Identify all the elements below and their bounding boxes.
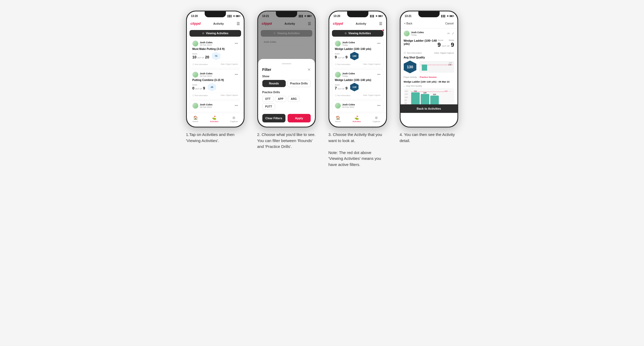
capture-icon-3: ⊕	[375, 116, 378, 120]
info-icon-4: ⓘ	[404, 52, 406, 54]
user-name-3-3: Josh Coles	[342, 103, 355, 106]
big-hex-4: 130	[404, 61, 416, 73]
clear-filters-button[interactable]: Clear Filters	[262, 114, 285, 122]
back-button-4[interactable]: < Back	[404, 22, 413, 25]
phone-4-col: 13:21 ▌▌▌ ⊛ < Back Cancel	[397, 11, 461, 144]
activity-card-1-2[interactable]: Josh Coles 28 Feb 2023 ••• Putting Combi…	[190, 69, 241, 99]
card-header-3-2: Josh Coles Today •••	[335, 72, 381, 78]
activity-card-3-2[interactable]: Josh Coles Today ••• Wedge Ladder (100–1…	[332, 69, 384, 99]
activity-title-1-1: Must Make Putting (3-6 ft)	[192, 48, 238, 50]
avatar-3-2	[335, 72, 341, 78]
viewing-banner-1[interactable]: ⚙ Viewing Activities	[190, 30, 241, 37]
footer-left-3-2: ⓘ Test Information	[335, 94, 351, 97]
banner-text-3: Viewing Activities	[348, 32, 371, 35]
detail-action-icons: ✏ ⤢	[447, 32, 454, 35]
nav-activities-label-3: Activities	[352, 120, 361, 123]
dots-menu-1-1[interactable]: •••	[235, 42, 238, 45]
activity-badge-row-4: Player Activity › Practice Session	[404, 76, 454, 78]
battery-icon-1	[236, 15, 239, 17]
score-block-1-1: Score 10 OUT OF 20	[192, 53, 209, 59]
small-chart-4: 130 APP	[419, 61, 454, 73]
cancel-button-4[interactable]: Cancel	[445, 22, 453, 25]
activity-card-3-1[interactable]: Josh Coles Today ••• Wedge Ladder (100–1…	[332, 38, 384, 68]
score-value-1-2: 0	[192, 86, 195, 90]
shots-value-1-2: 9	[203, 86, 205, 90]
close-btn-2[interactable]: ✕	[308, 67, 311, 72]
detail-score-col-4: Score Shots 9 OUT OF 9	[437, 39, 454, 48]
activity-card-1-3[interactable]: Josh Coles 28 Feb 2023 •••	[190, 100, 241, 112]
score-label-1-1: Score	[192, 53, 209, 55]
modal-header-2: Filter ✕	[262, 67, 311, 72]
hamburger-icon-3[interactable]: ☰	[379, 22, 382, 26]
nav-home-1[interactable]: 🏠 Home	[193, 116, 198, 123]
avatar-3-3	[335, 103, 341, 109]
drill-tags-2: OTT APP ARG PUTT	[262, 96, 311, 110]
user-info-4: Josh Coles Today	[411, 31, 424, 36]
activity-card-3-3[interactable]: Josh Coles 28 Feb 2023 •••	[332, 100, 384, 112]
outof-3-2: OUT OF	[338, 88, 344, 90]
user-info-3-2: Josh Coles Today	[342, 72, 355, 77]
user-name-1-2: Josh Coles	[200, 72, 213, 75]
status-icons-1: ▌▌▌ ⊛	[228, 15, 239, 17]
practice-label-2: Practice Drills	[262, 91, 311, 94]
nav-home-3[interactable]: 🏠 Home	[335, 116, 341, 123]
filter-tab-practice-2[interactable]: Practice Drills	[287, 80, 311, 87]
activity-title-1-2: Putting Combine (3-15 ft)	[192, 79, 238, 82]
modal-handle-2	[282, 63, 291, 64]
viewing-banner-3[interactable]: ⚙ Viewing Activities	[332, 30, 384, 37]
banner-text-1: Viewing Activities	[206, 32, 228, 35]
phone-1-screen: 13:20 ▌▌▌ ⊛ clippd Activity ☰ ⚙ Viewi	[187, 11, 244, 127]
dots-menu-1-2[interactable]: •••	[235, 73, 238, 76]
dots-menu-3-3[interactable]: •••	[377, 104, 381, 108]
score-label-4: Score	[438, 39, 443, 41]
drill-tag-putt[interactable]: PUTT	[262, 104, 275, 110]
expand-icon-4[interactable]: ⤢	[452, 32, 454, 35]
drill-tag-app[interactable]: APP	[275, 96, 287, 102]
avatar-row-3-1: Josh Coles Today	[335, 41, 355, 46]
activities-icon-1: ⛳	[212, 116, 216, 120]
signal-icon-1: ▌▌▌	[228, 15, 232, 17]
user-date-3-3: 28 Feb 2023	[342, 106, 355, 108]
chart-bar-2	[421, 94, 429, 106]
phone-2-col: 13:21 ▌▌▌ ⊛ clippd Activity ☰ ⚙	[255, 11, 318, 150]
detail-score-labels: Score Shots	[438, 39, 454, 41]
score-block-3-1: Score 9 OUT OF 9	[335, 53, 348, 59]
dots-menu-1-3[interactable]: •••	[235, 104, 238, 108]
hamburger-icon-1[interactable]: ☰	[237, 22, 240, 26]
nav-home-label-1: Home	[193, 120, 198, 123]
shot-quality-hex-1-1: 75	[212, 52, 220, 60]
activity-card-1-1[interactable]: Josh Coles 28 Feb 2023 ••• Must Make Put…	[190, 38, 241, 68]
filter-tab-rounds-2[interactable]: Rounds	[262, 80, 286, 87]
phone-3: 13:20 ▌▌▌ ⊛ clippd Activity ☰ ⚙ Viewing …	[329, 11, 387, 127]
phone-3-col: 13:20 ▌▌▌ ⊛ clippd Activity ☰ ⚙ Viewing …	[326, 11, 390, 168]
chart-dashed-line	[411, 92, 444, 92]
drill-tag-arg[interactable]: ARG	[288, 96, 300, 102]
nav-capture-label-1: Capture	[230, 120, 238, 123]
filter-tabs-2: Rounds Practice Drills	[262, 80, 311, 87]
dots-menu-3-1[interactable]: •••	[377, 42, 381, 45]
nav-activities-1[interactable]: ⛳ Activities	[210, 116, 218, 123]
chart-bar-1	[411, 92, 420, 106]
status-time-3: 13:20	[334, 15, 340, 18]
detail-title-block-4: Wedge Ladder (100–140 yds)	[404, 39, 437, 45]
shot-quality-hex-1-2: 45	[208, 83, 216, 91]
app-header-3: clippd Activity ☰	[329, 19, 386, 28]
phone-2-screen: 13:21 ▌▌▌ ⊛ clippd Activity ☰ ⚙	[258, 11, 315, 127]
caption-1: 1.Tap on Activities and then 'Viewing Ac…	[186, 132, 245, 144]
chart-bar-col-2: 129	[421, 92, 429, 106]
dots-menu-3-2[interactable]: •••	[377, 73, 381, 76]
back-to-activities-4[interactable]: Back to Activities	[401, 104, 457, 113]
nav-activities-3[interactable]: ⛳ Activities	[352, 116, 361, 123]
bottom-nav-4	[401, 113, 457, 127]
mini-bar-1	[422, 65, 427, 71]
apply-button[interactable]: Apply	[288, 114, 311, 122]
shot-quality-value-1-2: 45	[211, 86, 213, 88]
header-title-3: Activity	[356, 22, 366, 25]
nav-capture-1[interactable]: ⊕ Capture	[230, 116, 238, 123]
edit-icon-4[interactable]: ✏	[447, 32, 450, 35]
shots-label-4: Shots	[449, 39, 454, 41]
shot-quality-hex-3-2: 118	[350, 83, 359, 91]
nav-capture-3[interactable]: ⊕ Capture	[373, 116, 380, 123]
user-info-1-1: Josh Coles 28 Feb 2023	[200, 41, 213, 46]
drill-tag-ott[interactable]: OTT	[262, 96, 273, 102]
